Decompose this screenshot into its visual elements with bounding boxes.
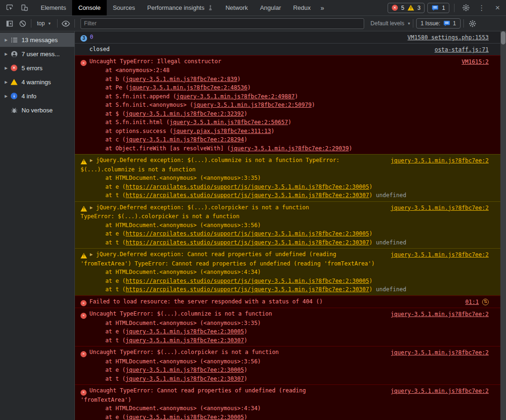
sidebar-item-all-messages[interactable]: ▶ 13 messages bbox=[0, 33, 74, 47]
sidebar-item-warnings[interactable]: ▶ 4 warnings bbox=[0, 75, 74, 89]
errors-warnings-badge[interactable]: ✕ 5 ! 3 bbox=[388, 3, 425, 13]
error-count: 5 bbox=[401, 5, 404, 11]
devtools-tabbar: Elements Console Sources Performance ins… bbox=[0, 0, 506, 16]
stack-source-link[interactable]: jquery-3.5.1.min.js?8fbc7ee:2:48536 bbox=[129, 84, 248, 91]
disclosure-caret-icon[interactable]: ▶ bbox=[3, 38, 9, 42]
tab-redux[interactable]: Redux bbox=[287, 0, 317, 15]
message-text: at <anonymous>:2:48 bbox=[105, 67, 169, 74]
initiator-icon[interactable]: ⇅ bbox=[482, 299, 489, 305]
device-toolbar-icon[interactable] bbox=[18, 2, 31, 14]
stack-source-link[interactable]: https://arcpilates.studio/support/js/jqu… bbox=[125, 278, 369, 284]
stack-source-link[interactable]: jquery-3.5.1.min.js?8fbc7ee:2:29039 bbox=[230, 145, 349, 152]
stack-frame-line: at Pe (jquery-3.5.1.min.js?8fbc7ee:2:485… bbox=[75, 83, 500, 92]
more-tabs-icon[interactable]: » bbox=[317, 0, 328, 15]
live-expression-eye-icon[interactable] bbox=[59, 17, 73, 29]
expand-caret-icon[interactable]: ▶ bbox=[90, 206, 93, 210]
context-selector[interactable]: top ▼ bbox=[33, 20, 55, 27]
source-location-link[interactable]: jquery-3.5.1.min.js?8fbc7ee:2 bbox=[390, 204, 489, 213]
console-message: closedosta-staff.js:71 bbox=[75, 44, 500, 56]
sidebar-item-verbose[interactable]: No verbose bbox=[0, 103, 74, 117]
message-text: ) bbox=[244, 367, 247, 373]
stack-source-link[interactable]: https://arcpilates.studio/support/js/jqu… bbox=[125, 239, 369, 246]
source-location-link[interactable]: jquery-3.5.1.min.js?8fbc7ee:2 bbox=[390, 251, 489, 259]
console-sidebar-toggle-icon[interactable] bbox=[3, 17, 16, 29]
tab-elements[interactable]: Elements bbox=[35, 0, 72, 15]
disclosure-caret-icon[interactable]: ▶ bbox=[3, 80, 9, 84]
stack-source-link[interactable]: jquery-3.5.1.min.js?8fbc7ee:2:49887 bbox=[176, 93, 295, 100]
message-text: ) bbox=[369, 239, 373, 246]
message-line: 'fromTextArea') TypeError: Cannot read p… bbox=[75, 259, 500, 268]
disclosure-caret-icon[interactable]: ▶ bbox=[3, 94, 9, 98]
console-content: 30VM1580 settings.php:1553closedosta-sta… bbox=[75, 31, 506, 420]
stack-source-link[interactable]: jquery-3.5.1.min.js?8fbc7ee:2:30307 bbox=[125, 376, 244, 382]
sidebar-item-errors[interactable]: ▶ ✕ 5 errors bbox=[0, 61, 74, 75]
tab-performance-insights[interactable]: Performance insights bbox=[141, 0, 220, 15]
stack-frame-line: at c (jquery-3.5.1.min.js?8fbc7ee:2:2829… bbox=[75, 135, 500, 144]
stack-source-link[interactable]: jquery-3.5.1.min.js?8fbc7ee:2:28294 bbox=[125, 136, 244, 143]
expand-caret-icon[interactable]: ▶ bbox=[90, 158, 93, 162]
stack-source-link[interactable]: jquery-3.5.1.min.js?8fbc7ee:2:32392 bbox=[125, 111, 244, 117]
message-text: at HTMLDocument.<anonymous> (<anonymous>… bbox=[105, 358, 261, 365]
settings-gear-icon[interactable] bbox=[459, 2, 472, 14]
messages-badge[interactable]: 1 bbox=[427, 3, 449, 13]
disclosure-caret-icon[interactable]: ▶ bbox=[3, 52, 9, 56]
scrollbar[interactable] bbox=[500, 31, 506, 420]
stack-source-link[interactable]: jquery.pjax.js?8fbc7ee:311:13 bbox=[173, 128, 271, 134]
source-location-link[interactable]: osta-staff.js:71 bbox=[434, 45, 489, 54]
bug-icon bbox=[10, 107, 18, 114]
tab-console[interactable]: Console bbox=[72, 0, 107, 15]
sidebar-item-label: 5 errors bbox=[22, 65, 43, 72]
tab-label: Redux bbox=[293, 4, 311, 11]
expand-caret-icon[interactable]: ▶ bbox=[90, 252, 93, 257]
inspect-element-icon[interactable] bbox=[3, 2, 16, 14]
experiment-flask-icon bbox=[207, 5, 213, 11]
stack-source-link[interactable]: jquery-3.5.1.min.js?8fbc7ee:2:50657 bbox=[169, 119, 288, 125]
console-settings-gear-icon[interactable] bbox=[466, 17, 479, 29]
stack-source-link[interactable]: jquery-3.5.1.min.js?8fbc7ee:2:30005 bbox=[125, 414, 244, 420]
source-location-link[interactable]: jquery-3.5.1.min.js?8fbc7ee:2 bbox=[390, 310, 489, 319]
close-devtools-icon[interactable]: × bbox=[491, 2, 504, 14]
kebab-menu-icon[interactable]: ⋮ bbox=[475, 2, 488, 14]
sidebar-item-user-messages[interactable]: ▶ 7 user mess... bbox=[0, 47, 74, 61]
source-location: osta-staff.js:71 bbox=[434, 45, 489, 54]
stack-source-link[interactable]: https://arcpilates.studio/support/js/jqu… bbox=[125, 192, 369, 199]
console-filter-input[interactable] bbox=[81, 18, 364, 29]
stack-frame-line: at t (https://arcpilates.studio/support/… bbox=[75, 238, 500, 247]
stack-source-link[interactable]: jquery-3.5.1.min.js?8fbc7ee:2:50979 bbox=[193, 102, 312, 108]
source-location-link[interactable]: 01:1 bbox=[465, 298, 479, 307]
disclosure-caret-icon[interactable]: ▶ bbox=[3, 66, 9, 70]
scrollbar-thumb[interactable] bbox=[501, 31, 506, 44]
divider bbox=[74, 19, 75, 28]
stack-source-link[interactable]: https://arcpilates.studio/support/js/jqu… bbox=[125, 230, 369, 237]
source-location-link[interactable]: VM1580 settings.php:1553 bbox=[408, 33, 489, 42]
issues-button[interactable]: 1 Issue: 1 bbox=[416, 18, 461, 29]
error-icon: ✕ bbox=[81, 313, 87, 319]
source-location-link[interactable]: VM1615:2 bbox=[462, 58, 489, 66]
message-text: at Pe ( bbox=[105, 84, 129, 91]
error-count-icon: ✕ bbox=[392, 5, 398, 11]
sidebar-item-label: 4 warnings bbox=[22, 79, 51, 86]
message-text: at HTMLDocument.<anonymous> (<anonymous>… bbox=[105, 175, 261, 181]
stack-source-link[interactable]: jquery-3.5.1.min.js?8fbc7ee:2:30307 bbox=[125, 337, 244, 344]
stack-source-link[interactable]: https://arcpilates.studio/support/js/jqu… bbox=[125, 184, 369, 190]
source-location-link[interactable]: jquery-3.5.1.min.js?8fbc7ee:2 bbox=[390, 387, 489, 396]
stack-frame-line: at Object.fireWith [as resolveWith] (jqu… bbox=[75, 144, 500, 153]
log-levels-dropdown[interactable]: Default levels ▼ bbox=[371, 20, 411, 27]
context-label: top bbox=[37, 20, 45, 27]
divider bbox=[454, 4, 455, 12]
source-location-link[interactable]: jquery-3.5.1.min.js?8fbc7ee:2 bbox=[390, 156, 489, 165]
source-location-link[interactable]: jquery-3.5.1.min.js?8fbc7ee:2 bbox=[390, 348, 489, 357]
sidebar-item-info[interactable]: ▶ i 4 info bbox=[0, 89, 74, 103]
message-text: at options.success ( bbox=[105, 128, 173, 134]
stack-source-link[interactable]: jquery-3.5.1.min.js?8fbc7ee:2:30005 bbox=[125, 328, 244, 335]
warning-count-icon: ! bbox=[408, 5, 414, 11]
stack-frame-line: at S.fn.init.append (jquery-3.5.1.min.js… bbox=[75, 92, 500, 101]
tab-network[interactable]: Network bbox=[220, 0, 254, 15]
stack-source-link[interactable]: jquery-3.5.1.min.js?8fbc7ee:2:30005 bbox=[125, 367, 244, 373]
stack-source-link[interactable]: https://arcpilates.studio/support/js/jqu… bbox=[125, 286, 369, 293]
tab-angular[interactable]: Angular bbox=[254, 0, 287, 15]
message-text: Uncaught TypeError: $(...).columnize is … bbox=[89, 310, 272, 317]
stack-source-link[interactable]: jquery-3.5.1.min.js?8fbc7ee:2:839 bbox=[125, 76, 237, 82]
clear-console-icon[interactable] bbox=[16, 17, 29, 29]
tab-sources[interactable]: Sources bbox=[107, 0, 141, 15]
